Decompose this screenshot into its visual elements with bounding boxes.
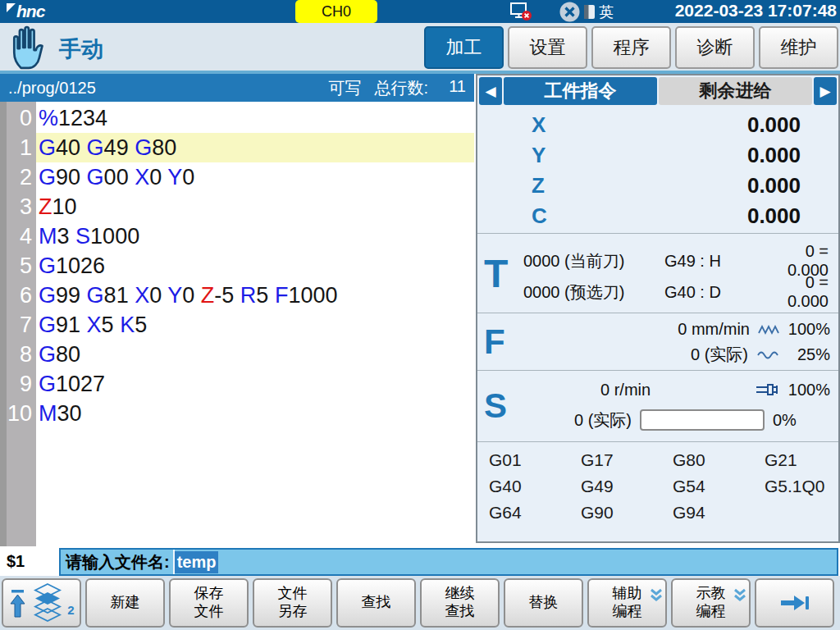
- axis-row-z: Z 0.000: [477, 171, 838, 201]
- axis-value: 0.000: [747, 143, 801, 168]
- axis-value: 0.000: [747, 173, 801, 199]
- logo-flag-icon: [7, 3, 16, 12]
- gcode-cell: G5.1Q0: [765, 477, 838, 496]
- code-line[interactable]: 4M3 S1000: [7, 221, 474, 251]
- feed-actual-value: 0 (实际): [691, 344, 748, 366]
- code-text: G40 G49 G80: [36, 133, 474, 162]
- line-number: 0: [7, 103, 36, 133]
- code-line[interactable]: 8G80: [7, 340, 474, 369]
- spindle-load-bar: [640, 409, 765, 431]
- tab-machining[interactable]: 加工: [424, 26, 504, 69]
- code-text: G1026: [36, 251, 474, 281]
- command-prompt-row: $1 请输入文件名: temp: [0, 548, 840, 576]
- axis-row-c: C 0.000: [477, 201, 838, 231]
- code-text: G80: [36, 340, 474, 369]
- editor-body[interactable]: 0%12341G40 G49 G802G90 G00 X0 Y03Z104M3 …: [0, 102, 474, 546]
- line-number: 1: [7, 133, 36, 162]
- new-file-button[interactable]: 新建: [85, 578, 165, 628]
- line-number: 2: [7, 162, 36, 192]
- tab-program[interactable]: 程序: [591, 26, 671, 69]
- axis-row-y: Y 0.000: [477, 140, 838, 171]
- menu-up-layer-button[interactable]: 2: [2, 578, 81, 628]
- code-lines: 0%12341G40 G49 G802G90 G00 X0 Y03Z104M3 …: [7, 103, 474, 428]
- feed-actual-row: 0 (实际) 25%: [477, 342, 838, 368]
- status-tab-workpiece-command[interactable]: 工件指令: [504, 77, 657, 105]
- channel-badge[interactable]: CH0: [295, 0, 377, 23]
- axis-row-x: X 0.000: [477, 110, 838, 140]
- manual-mode-hand-icon: [8, 25, 52, 71]
- code-line[interactable]: 2G90 G00 X0 Y0: [7, 162, 474, 192]
- feed-override-icon: [756, 349, 779, 361]
- menu-next-page-button[interactable]: [755, 578, 834, 628]
- spindle-override-pct: 100%: [788, 381, 830, 399]
- tool-number: 0000 (预选刀): [523, 281, 664, 304]
- code-line[interactable]: 3Z10: [7, 192, 474, 221]
- code-line[interactable]: 9G1027: [7, 369, 474, 399]
- code-line[interactable]: 10M30: [7, 399, 474, 428]
- arrow-right-bar-icon: [780, 593, 810, 613]
- line-number: 7: [7, 310, 36, 340]
- code-text: Z10: [36, 192, 474, 221]
- modal-gcode-section: G01 G17 G80 G21 G40 G49 G54 G5.1Q0 G64 G…: [477, 441, 838, 544]
- code-text: G90 G00 X0 Y0: [36, 162, 474, 192]
- language-indicator[interactable]: 英: [599, 2, 614, 22]
- editor-header: ../prog/0125 可写 总行数: 11: [0, 74, 474, 102]
- save-file-button[interactable]: 保存 文件: [169, 578, 249, 628]
- code-line[interactable]: 7G91 X5 K5: [7, 310, 474, 340]
- line-number: 9: [7, 369, 36, 399]
- axis-position-list: X 0.000 Y 0.000 Z 0.000 C 0.000: [477, 105, 838, 233]
- axis-name: Z: [532, 173, 545, 199]
- gcode-cell: G90: [581, 503, 673, 523]
- tab-settings[interactable]: 设置: [508, 26, 587, 69]
- code-line[interactable]: 0%1234: [7, 103, 474, 133]
- program-path: ../prog/0125: [8, 79, 328, 98]
- tab-maintenance[interactable]: 维护: [759, 26, 838, 69]
- find-next-button[interactable]: 继续 查找: [420, 578, 500, 628]
- gcode-cell: G49: [581, 477, 673, 496]
- tool-section-label: T: [484, 251, 508, 296]
- line-number: 4: [7, 221, 36, 251]
- filename-input[interactable]: 请输入文件名: temp: [59, 548, 838, 576]
- save-as-button[interactable]: 文件 另存: [253, 578, 332, 628]
- axis-value: 0.000: [747, 112, 801, 138]
- return-up-arrow-icon: [8, 587, 28, 619]
- feed-command-row: 0 mm/min 100%: [477, 317, 838, 342]
- code-line[interactable]: 1G40 G49 G80: [7, 133, 474, 162]
- feed-section: F 0 mm/min 100% 0 (实际) 25%: [477, 313, 838, 370]
- tool-number: 0000 (当前刀): [523, 250, 664, 272]
- feed-override-pct: 25%: [788, 345, 830, 364]
- editor-scrollbar[interactable]: [0, 102, 7, 546]
- gcode-cell: G01: [489, 450, 581, 470]
- replace-button[interactable]: 替换: [504, 578, 583, 628]
- status-panel: ◀ 工件指令 剩余进给 ▶ X 0.000 Y 0.000 Z 0.000 C …: [476, 74, 840, 543]
- spindle-actual-row: 0 (实际) 0%: [477, 405, 838, 435]
- main-tabs: 加工 设置 程序 诊断 维护: [424, 26, 838, 69]
- total-lines-label: 总行数:: [374, 77, 428, 99]
- code-line[interactable]: 5G1026: [7, 251, 474, 281]
- rapid-override-icon: [758, 324, 779, 336]
- status-prev-arrow-icon[interactable]: ◀: [479, 77, 502, 105]
- preselected-tool-row: 0000 (预选刀) G40 : D 0 = 0.000: [477, 273, 838, 304]
- title-bar: hnc CH0 英 2022-03-23 17:07:48: [0, 0, 840, 23]
- keyboard-layout-icon: [583, 4, 596, 20]
- line-number: 3: [7, 192, 36, 221]
- find-button[interactable]: 查找: [336, 578, 416, 628]
- close-x-icon[interactable]: [559, 2, 580, 22]
- current-tool-row: 0000 (当前刀) G49 : H 0 = 0.000: [477, 242, 838, 273]
- filename-value-selected: temp: [175, 551, 219, 573]
- feed-command-value: 0 mm/min: [678, 320, 750, 339]
- gcode-cell: G21: [765, 450, 838, 470]
- line-number: 10: [7, 399, 36, 428]
- teach-programming-button[interactable]: 示教 编程: [671, 578, 751, 628]
- gcode-cell: G54: [673, 477, 765, 496]
- spindle-load-pct: 0%: [773, 411, 797, 430]
- code-line[interactable]: 6G99 G81 X0 Y0 Z-5 R5 F1000: [7, 281, 474, 310]
- hnc-cnc-screen: hnc CH0 英 2022-03-23 17:07:48 手动 加工 设置 程…: [0, 0, 840, 630]
- aux-programming-button[interactable]: 辅助 编程: [587, 578, 667, 628]
- chevron-double-down-icon: [650, 588, 663, 603]
- axis-name: Y: [532, 143, 546, 168]
- status-tab-remaining-feed[interactable]: 剩余进给: [659, 77, 812, 105]
- code-text: G1027: [36, 369, 474, 399]
- status-next-arrow-icon[interactable]: ▶: [814, 77, 837, 105]
- tab-diagnosis[interactable]: 诊断: [675, 26, 755, 69]
